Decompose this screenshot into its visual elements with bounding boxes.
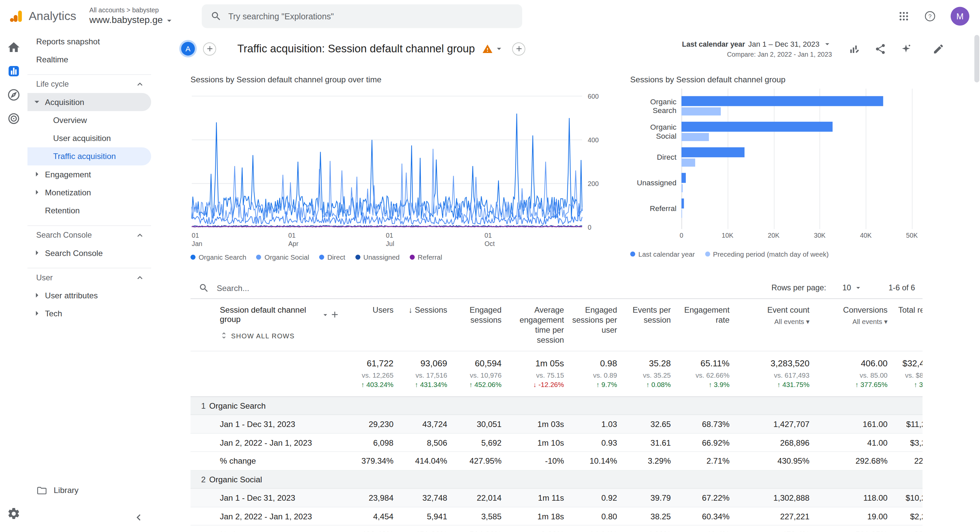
- column-header-average-engagement-time-per-session[interactable]: Average engagement time per session: [508, 305, 570, 345]
- explore-icon[interactable]: [4, 85, 24, 105]
- table-row[interactable]: Jan 2, 2022 - Jan 1, 20236,0988,5065,692…: [191, 434, 923, 452]
- sidebar-item-overview[interactable]: Overview: [27, 111, 151, 129]
- table-cell: 0.93: [570, 438, 624, 447]
- table-cell: 22,014: [453, 493, 508, 503]
- rows-per-page-select[interactable]: 10: [842, 283, 862, 292]
- sidebar-item-user-acquisition[interactable]: User acquisition: [27, 129, 151, 147]
- table-cell: 4,454: [356, 512, 399, 521]
- table-group-row[interactable]: 2Organic Social: [191, 471, 923, 489]
- column-header-event-count[interactable]: Event countAll events ▾: [736, 305, 816, 326]
- sidebar-item-acquisition[interactable]: Acquisition: [27, 93, 151, 111]
- axis-tick-label: 20K: [768, 232, 780, 239]
- svg-text:0: 0: [588, 224, 592, 231]
- table-cell: 1,302,888: [736, 493, 816, 503]
- line-chart-legend: Organic SearchOrganic SocialDirectUnassi…: [191, 253, 606, 260]
- column-header-engaged-sessions[interactable]: Engaged sessions: [453, 305, 508, 326]
- table-group-row[interactable]: 1Organic Search: [191, 397, 923, 415]
- insights-icon[interactable]: [900, 43, 912, 55]
- table-cell: 68.73%: [677, 420, 736, 429]
- column-header-events-per-session[interactable]: Events per session: [624, 305, 677, 326]
- column-header-sessions[interactable]: ↓ Sessions: [399, 305, 453, 315]
- column-header-users[interactable]: Users: [356, 305, 399, 315]
- report-variant-chip[interactable]: A: [181, 42, 195, 56]
- warning-icon[interactable]: [482, 43, 493, 54]
- arrow-right-icon: [31, 290, 43, 301]
- home-icon[interactable]: [4, 37, 24, 57]
- table-search-input[interactable]: Search...: [191, 282, 249, 293]
- account-switcher[interactable]: All accounts > babystep www.babystep.ge: [89, 6, 174, 26]
- column-header-conversions[interactable]: ConversionsAll events ▾: [816, 305, 894, 326]
- column-header-total-revenue[interactable]: Total revenue: [894, 305, 923, 315]
- nav-section-user[interactable]: User: [27, 269, 151, 286]
- table-cell: 66.92%: [677, 438, 736, 447]
- sidebar-item-search-console[interactable]: Search Console: [27, 244, 151, 262]
- page-scrollbar[interactable]: [974, 34, 979, 529]
- add-comparison-button[interactable]: [203, 42, 216, 55]
- table-cell: 43,724: [399, 420, 453, 429]
- sessions-by-channel-chart: Sessions by Session default channel grou…: [630, 75, 924, 272]
- collapse-nav-icon[interactable]: [132, 511, 145, 526]
- nav-section-search-console[interactable]: Search Console: [27, 227, 151, 244]
- table-cell: 5,941: [399, 512, 453, 521]
- sidebar-item-traffic-acquisition[interactable]: Traffic acquisition: [27, 147, 151, 165]
- table-toolbar: Search... Rows per page: 10 1-6 of 6: [191, 277, 923, 299]
- sidebar-item-user-attributes[interactable]: User attributes: [27, 286, 151, 304]
- add-report-tab-button[interactable]: [512, 42, 525, 55]
- table-cell: 11.4%: [677, 530, 736, 532]
- sidebar-item-retention[interactable]: Retention: [27, 202, 151, 220]
- chevron-down-icon[interactable]: [494, 44, 504, 54]
- sidebar-item-monetization[interactable]: Monetization: [27, 184, 151, 202]
- bar-group: [681, 122, 912, 141]
- analytics-logo[interactable]: Analytics: [0, 9, 81, 24]
- edit-report-icon[interactable]: [932, 43, 945, 55]
- sidebar-item-engagement[interactable]: Engagement: [27, 165, 151, 183]
- column-header-engagement-rate[interactable]: Engagement rate: [677, 305, 736, 326]
- nav-section-life-cycle[interactable]: Life cycle: [27, 76, 151, 93]
- add-dimension-button[interactable]: [330, 310, 340, 320]
- sidebar-item-tech[interactable]: Tech: [27, 305, 151, 323]
- avatar[interactable]: M: [951, 7, 969, 25]
- legend-dot: [191, 255, 196, 260]
- reports-icon[interactable]: [4, 61, 24, 81]
- search-icon: [210, 11, 221, 22]
- legend-item: Organic Search: [191, 253, 246, 260]
- bar-plot: [681, 89, 912, 229]
- google-apps-grid-icon[interactable]: [898, 11, 910, 22]
- table-cell: 3.29%: [624, 456, 677, 466]
- column-header-engaged-sessions-per-user[interactable]: Engaged sessions per user: [570, 305, 624, 335]
- sidebar-item-library[interactable]: Library: [27, 481, 151, 499]
- axis-tick-label: 0: [679, 232, 683, 239]
- chevron-up-icon: [135, 230, 145, 240]
- table-row[interactable]: Jan 1 - Dec 31, 202329,23043,72430,0511m…: [191, 415, 923, 434]
- metric-filter-dropdown[interactable]: All events ▾: [816, 318, 887, 326]
- metric-filter-dropdown[interactable]: All events ▾: [736, 318, 810, 326]
- date-range-picker[interactable]: Last calendar year Jan 1 – Dec 31, 2023 …: [682, 39, 832, 58]
- dimension-selector[interactable]: Session default channel group: [220, 305, 330, 324]
- table-cell: 438.48%: [356, 530, 399, 532]
- table-row[interactable]: Jan 1 - Dec 31, 202323,98432,74822,0141m…: [191, 489, 923, 507]
- sidebar-item-reports-snapshot[interactable]: Reports snapshot: [27, 32, 151, 50]
- axis-tick-label: 30K: [814, 232, 826, 239]
- table-row[interactable]: Jan 2, 2022 - Jan 1, 20234,4545,9413,585…: [191, 507, 923, 526]
- sidebar-item-realtime[interactable]: Realtime: [27, 51, 151, 69]
- show-all-rows-button[interactable]: SHOW ALL ROWS: [220, 331, 356, 339]
- totals-cell: 65.11%vs. 62.66%↑ 3.9%: [677, 358, 736, 388]
- table-cell: 1m 10s: [508, 438, 570, 447]
- property-name: www.babystep.ge: [89, 14, 163, 26]
- scrollbar-thumb[interactable]: [974, 35, 979, 83]
- table-cell: 5,692: [453, 438, 508, 447]
- settings-gear-icon[interactable]: [7, 507, 21, 523]
- table-cell: 14.04%: [570, 530, 624, 532]
- advertising-icon[interactable]: [4, 109, 24, 129]
- customize-report-icon[interactable]: [849, 43, 861, 55]
- chevron-down-icon: [321, 310, 330, 319]
- table-row[interactable]: % change379.34%414.04%427.95%-10%10.14%3…: [191, 453, 923, 471]
- row-label: % change: [191, 456, 356, 466]
- global-search-input[interactable]: Try searching "Explorations": [202, 4, 522, 28]
- table-row[interactable]: % change438.48%451.22%514.06%-9.38%14.04…: [191, 526, 923, 532]
- table-cell: 1m 03s: [508, 420, 570, 429]
- legend-item: Last calendar year: [630, 250, 695, 258]
- share-icon[interactable]: [875, 43, 886, 55]
- main-content: A Traffic acquisition: Session default c…: [151, 32, 980, 532]
- help-icon[interactable]: ?: [924, 10, 936, 22]
